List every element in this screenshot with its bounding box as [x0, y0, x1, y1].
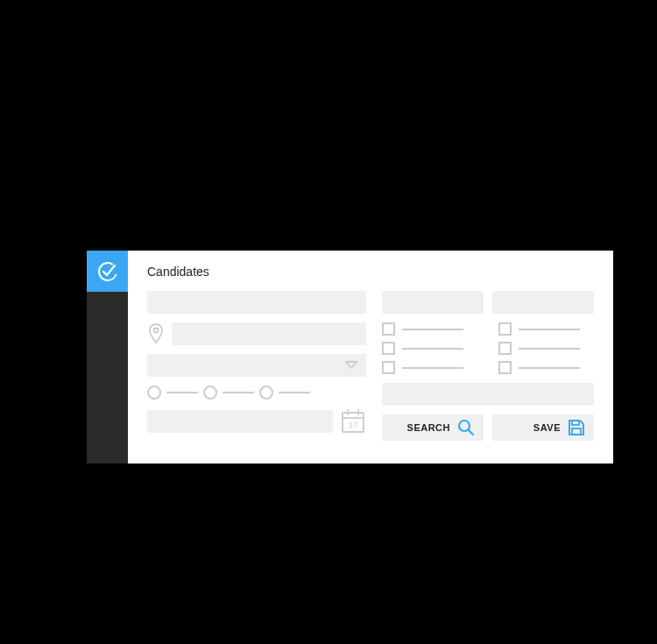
app-window: Candidates — [87, 251, 613, 464]
checkbox-label-placeholder — [402, 367, 463, 369]
checkbox-icon — [498, 342, 512, 355]
form-right-column: SEARCH SAVE — [382, 291, 594, 448]
checkbox-icon — [498, 361, 512, 374]
location-field-row — [147, 322, 366, 345]
svg-rect-9 — [572, 421, 579, 425]
checkbox-option-3[interactable] — [382, 361, 477, 374]
search-button[interactable]: SEARCH — [382, 414, 484, 441]
save-button[interactable]: SAVE — [492, 414, 594, 441]
radio-icon — [259, 386, 273, 400]
checkbox-label-placeholder — [519, 348, 580, 350]
checkbox-option-5[interactable] — [498, 342, 594, 355]
checkbox-label-placeholder — [519, 367, 580, 369]
name-input[interactable] — [147, 291, 366, 314]
chevron-down-icon — [345, 361, 357, 370]
logo-tile[interactable] — [87, 251, 128, 292]
radio-icon — [203, 386, 217, 400]
radio-option-2[interactable] — [203, 386, 254, 400]
search-button-label: SEARCH — [391, 422, 450, 433]
checkbox-col-2 — [498, 322, 594, 374]
checkbox-icon — [498, 322, 512, 336]
svg-rect-10 — [572, 428, 581, 435]
main-content: Candidates — [128, 251, 613, 464]
checkbox-option-1[interactable] — [382, 322, 477, 336]
radio-options-row — [147, 386, 366, 400]
svg-point-7 — [459, 421, 470, 431]
radio-option-3[interactable] — [259, 386, 310, 400]
date-input[interactable] — [147, 410, 333, 433]
checkbox-option-6[interactable] — [498, 361, 594, 374]
search-form: 17 — [147, 291, 594, 448]
checkbox-option-4[interactable] — [498, 322, 594, 336]
radio-label-placeholder — [166, 392, 198, 393]
right-top-fields — [382, 291, 594, 314]
date-field-row: 17 — [147, 408, 366, 435]
field-b-input[interactable] — [492, 291, 594, 314]
notes-input[interactable] — [382, 383, 594, 406]
checkbox-option-2[interactable] — [382, 342, 477, 355]
page-title: Candidates — [147, 265, 594, 279]
checkbox-label-placeholder — [519, 329, 580, 330]
radio-label-placeholder — [279, 392, 310, 393]
calendar-picker-button[interactable]: 17 — [340, 408, 366, 435]
checkbox-label-placeholder — [402, 329, 463, 330]
checkbox-icon — [382, 361, 395, 374]
radio-label-placeholder — [223, 392, 254, 393]
checkbox-icon — [382, 342, 395, 355]
radio-icon — [147, 386, 161, 400]
radio-option-1[interactable] — [147, 386, 198, 400]
checkbox-label-placeholder — [402, 348, 463, 350]
svg-point-1 — [154, 329, 159, 333]
search-icon — [457, 419, 475, 436]
logo-checkmark-icon — [95, 259, 120, 284]
location-pin-icon — [147, 323, 165, 344]
dropdown-row — [147, 354, 366, 377]
field-a-input[interactable] — [382, 291, 484, 314]
checkbox-col-1 — [382, 322, 477, 374]
checkbox-icon — [382, 322, 395, 336]
name-field-row — [147, 291, 366, 314]
checkbox-filters — [382, 322, 594, 374]
action-buttons-row: SEARCH SAVE — [382, 414, 594, 441]
category-select[interactable] — [147, 354, 366, 377]
form-left-column: 17 — [147, 291, 366, 448]
save-button-label: SAVE — [501, 422, 561, 433]
sidebar — [87, 251, 128, 464]
svg-text:17: 17 — [349, 421, 357, 429]
calendar-icon: 17 — [341, 408, 365, 435]
floppy-disk-icon — [568, 419, 585, 436]
location-input[interactable] — [172, 322, 366, 345]
svg-line-8 — [469, 430, 473, 435]
